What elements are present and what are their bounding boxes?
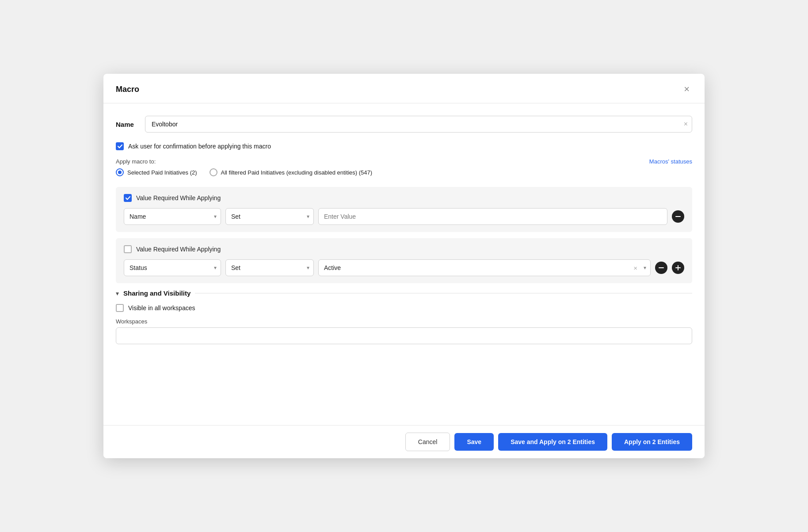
radio-option-all[interactable]: All filtered Paid Initiatives (excluding… (210, 168, 373, 176)
field-name-1-select[interactable]: Name Status Type Owner Budget (124, 208, 221, 225)
apply-button[interactable]: Apply on 2 Entities (612, 433, 692, 451)
value-2-select[interactable]: Active Inactive Pending Closed (318, 259, 651, 276)
workspaces-section: Workspaces (116, 318, 692, 344)
modal-title: Macro (116, 85, 139, 94)
add-block-button[interactable] (672, 262, 684, 274)
operator-2-wrap: Set Remove Increment Decrement ▾ (225, 259, 314, 276)
field-name-2-select[interactable]: Name Status Type Owner Budget (124, 259, 221, 276)
action-block-1-header: Value Required While Applying (124, 194, 684, 202)
action-block-1-checkbox[interactable] (124, 194, 132, 202)
apply-macro-header: Apply macro to: Macros' statuses (116, 158, 692, 165)
radio-selected-indicator (116, 168, 124, 176)
confirmation-checkbox[interactable] (116, 142, 124, 150)
operator-1-wrap: Set Remove Increment Decrement ▾ (225, 208, 314, 225)
cancel-button[interactable]: Cancel (405, 433, 450, 451)
apply-macro-section: Apply macro to: Macros' statuses Selecte… (116, 158, 692, 176)
action-block-1-label: Value Required While Applying (136, 194, 221, 201)
sharing-header: ▾ Sharing and Visibility (116, 289, 692, 297)
close-button[interactable]: × (681, 84, 692, 95)
action-block-2-label: Value Required While Applying (136, 246, 221, 253)
visible-checkbox[interactable] (116, 304, 124, 312)
macro-modal: Macro × Name × Ask user for confirmation… (103, 74, 705, 458)
sharing-section: ▾ Sharing and Visibility Visible in all … (116, 289, 692, 344)
radio-group: Selected Paid Initiatives (2) All filter… (116, 168, 692, 176)
svg-rect-3 (675, 267, 681, 268)
action-block-2: Value Required While Applying Name Statu… (116, 238, 692, 283)
svg-rect-0 (675, 216, 681, 217)
action-block-1: Value Required While Applying Name Statu… (116, 187, 692, 232)
radio-selected-label: Selected Paid Initiatives (2) (127, 169, 197, 176)
name-label: Name (116, 121, 137, 128)
remove-block-1-button[interactable] (672, 210, 684, 223)
svg-rect-1 (659, 267, 664, 268)
confirmation-label: Ask user for confirmation before applyin… (128, 143, 271, 150)
workspaces-label: Workspaces (116, 318, 692, 325)
name-row: Name × (116, 116, 692, 133)
remove-block-2-button[interactable] (655, 262, 667, 274)
action-block-2-header: Value Required While Applying (124, 245, 684, 253)
macros-statuses-link[interactable]: Macros' statuses (649, 158, 692, 165)
name-clear-button[interactable]: × (684, 120, 688, 128)
workspaces-field[interactable] (116, 327, 692, 344)
radio-option-selected[interactable]: Selected Paid Initiatives (2) (116, 168, 197, 176)
value-1-input[interactable] (318, 208, 667, 225)
radio-all-indicator (210, 168, 217, 176)
field-name-2-wrap: Name Status Type Owner Budget ▾ (124, 259, 221, 276)
action-block-1-fields: Name Status Type Owner Budget ▾ Set Remo… (124, 208, 684, 225)
value-2-wrap: Active Inactive Pending Closed × ▾ (318, 259, 651, 276)
sharing-title: Sharing and Visibility (123, 289, 191, 297)
save-apply-button[interactable]: Save and Apply on 2 Entities (498, 433, 607, 451)
save-button[interactable]: Save (454, 433, 494, 451)
apply-macro-label: Apply macro to: (116, 158, 156, 165)
value-2-clear-button[interactable]: × (633, 264, 637, 272)
visible-row: Visible in all workspaces (116, 304, 692, 312)
name-input[interactable] (145, 116, 692, 133)
radio-all-label: All filtered Paid Initiatives (excluding… (221, 169, 373, 176)
action-block-2-checkbox[interactable] (124, 245, 132, 253)
operator-1-select[interactable]: Set Remove Increment Decrement (225, 208, 314, 225)
modal-header: Macro × (103, 74, 705, 103)
operator-2-select[interactable]: Set Remove Increment Decrement (225, 259, 314, 276)
action-block-2-fields: Name Status Type Owner Budget ▾ Set Remo… (124, 259, 684, 276)
modal-footer: Cancel Save Save and Apply on 2 Entities… (103, 425, 705, 458)
visible-label: Visible in all workspaces (128, 304, 195, 312)
sharing-divider (195, 293, 692, 293)
value-1-wrap (318, 208, 667, 225)
confirmation-row: Ask user for confirmation before applyin… (116, 142, 692, 150)
field-name-1-wrap: Name Status Type Owner Budget ▾ (124, 208, 221, 225)
modal-body: Name × Ask user for confirmation before … (103, 103, 705, 425)
sharing-chevron[interactable]: ▾ (116, 290, 119, 297)
name-input-wrap: × (145, 116, 692, 133)
